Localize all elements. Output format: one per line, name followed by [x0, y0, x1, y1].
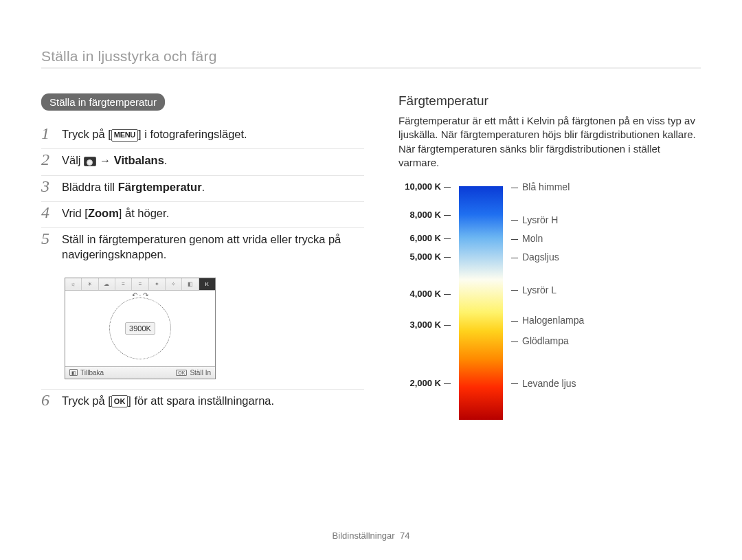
text-fragment: Vrid [	[62, 207, 88, 219]
step-text: Välj → Vitbalans.	[62, 153, 364, 168]
kelvin-tick: 4,000 K	[409, 289, 451, 299]
camera-mode-icon	[84, 157, 96, 166]
text-fragment: Bläddra till	[62, 181, 118, 193]
dial-ring: ↶ · ↷ 3900K	[109, 298, 171, 359]
camera-tab-active: K	[199, 278, 215, 290]
camera-tab: ✧	[166, 278, 182, 290]
color-spectrum-bar	[459, 186, 503, 420]
kelvin-tick: 6,000 K	[409, 233, 451, 243]
camera-tab: ◧	[182, 278, 199, 290]
step-text: Bläddra till Färgtemperatur.	[62, 179, 364, 194]
back-hint: ◧ Tillbaka	[69, 369, 104, 377]
text-fragment: .	[164, 154, 168, 166]
kelvin-tick: 10,000 K	[405, 181, 451, 192]
bold-term: Färgtemperatur	[118, 181, 202, 193]
section-pill: Ställa in färgtemperatur	[41, 93, 165, 111]
set-label: Ställ In	[190, 369, 211, 377]
step-text: Tryck på [MENU] i fotograferingsläget.	[62, 126, 364, 142]
kelvin-tick: 5,000 K	[409, 251, 451, 262]
bold-term: Zoom	[88, 207, 119, 219]
kelvin-readout: 3900K	[125, 322, 155, 335]
light-source-label: Blå himmel	[511, 181, 570, 192]
arrow-icon: →	[100, 154, 111, 166]
step-number: 4	[41, 204, 62, 221]
camera-tab: ☁	[99, 278, 115, 290]
step-number: 5	[41, 230, 62, 247]
kelvin-tick: 8,000 K	[409, 210, 451, 220]
kelvin-tick: 3,000 K	[409, 320, 451, 330]
light-source-label: Moln	[511, 233, 543, 244]
camera-tab: ≡	[115, 278, 132, 290]
light-source-label: Dagsljus	[511, 251, 559, 262]
camera-tabs: ☼ ☀ ☁ ≡ ≡ ✦ ✧ ◧ K	[65, 278, 215, 291]
light-source-label: Lysrör L	[511, 284, 556, 295]
text-fragment: Välj	[62, 154, 84, 166]
section-paragraph: Färgtemperatur är ett mått i Kelvin på f…	[398, 114, 701, 170]
kelvin-chart: 10,000 K8,000 K6,000 K5,000 K4,000 K3,00…	[398, 186, 701, 420]
page-title: Ställa in ljusstyrka och färg	[41, 48, 701, 69]
bold-term: Vitbalans	[114, 154, 164, 166]
text-fragment: Tryck på [	[62, 128, 111, 140]
rotate-arrows-icon: ↶ · ↷	[132, 291, 148, 299]
text-fragment: Tryck på [	[62, 394, 111, 407]
text-fragment: .	[202, 181, 205, 193]
menu-button-icon: MENU	[111, 129, 138, 142]
step-number: 3	[41, 178, 62, 194]
footer-section: Bildinställningar	[333, 530, 395, 541]
ok-button-icon: OK	[111, 395, 128, 407]
text-fragment: ] åt höger.	[119, 207, 169, 219]
step-number: 2	[41, 151, 62, 168]
text-fragment: ] för att spara inställningarna.	[128, 394, 274, 407]
step-text: Tryck på [OK] för att spara inställninga…	[62, 393, 364, 408]
page-footer: Bildinställningar 74	[0, 530, 742, 541]
light-source-label: Levande ljus	[511, 378, 576, 389]
kelvin-right-labels: Blå himmelLysrör HMolnDagsljusLysrör LHa…	[511, 186, 607, 420]
camera-tab: ☀	[82, 278, 98, 290]
step-number: 1	[41, 125, 62, 142]
camera-tab: ✦	[149, 278, 166, 290]
light-source-label: Lysrör H	[511, 214, 558, 225]
light-source-label: Halogenlampa	[511, 315, 584, 326]
kelvin-tick: 2,000 K	[409, 378, 451, 388]
step-number: 6	[41, 392, 62, 408]
camera-tab: ≡	[132, 278, 148, 290]
camera-tab: ☼	[65, 278, 82, 290]
section-heading: Färgtemperatur	[398, 93, 701, 109]
footer-page-number: 74	[400, 530, 409, 541]
kelvin-left-axis: 10,000 K8,000 K6,000 K5,000 K4,000 K3,00…	[398, 186, 451, 420]
set-hint: OK Ställ In	[176, 369, 211, 377]
step-text: Ställ in färgtemperaturen genom att vrid…	[62, 232, 364, 262]
back-icon: ◧	[69, 369, 78, 376]
step-text: Vrid [Zoom] åt höger.	[62, 205, 364, 221]
text-fragment: ] i fotograferingsläget.	[138, 128, 247, 140]
light-source-label: Glödlampa	[511, 335, 569, 346]
camera-screen-mock: ☼ ☀ ☁ ≡ ≡ ✦ ✧ ◧ K ↶ · ↷ 3900K	[65, 278, 216, 379]
back-label: Tillbaka	[80, 369, 104, 377]
ok-icon: OK	[176, 370, 187, 376]
